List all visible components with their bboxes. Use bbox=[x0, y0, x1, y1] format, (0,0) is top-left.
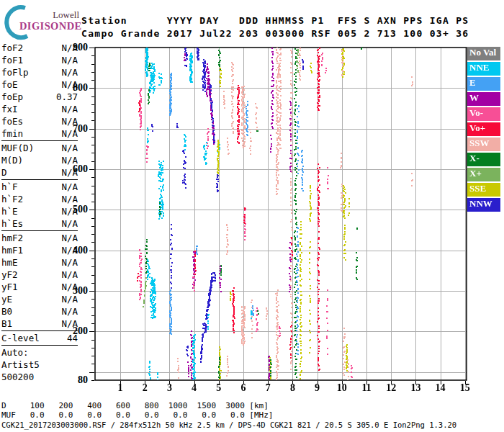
param-row-h-es: h`EsN/A bbox=[1, 217, 78, 230]
x-tick-label-1: 1 bbox=[111, 382, 130, 394]
ionogram-scatter-canvas bbox=[89, 42, 472, 392]
x-tick-label-10: 10 bbox=[333, 382, 351, 394]
x-tick-label-4: 4 bbox=[185, 382, 204, 394]
legend-label: W bbox=[469, 92, 479, 103]
param-label: foFlp bbox=[1, 66, 29, 78]
param-label: 500200 bbox=[1, 371, 34, 383]
param-row-yf2: yF2N/A bbox=[1, 269, 78, 281]
legend-item-ssw: SSW bbox=[467, 138, 500, 151]
param-value: N/A bbox=[61, 181, 78, 193]
legend-item-nnw: NNW bbox=[467, 198, 500, 212]
x-tick-label-11: 11 bbox=[357, 382, 376, 394]
legend-item-e: E bbox=[467, 77, 500, 91]
param-row-muf-d: MUF(D)N/A bbox=[1, 142, 78, 154]
param-section-divider bbox=[1, 179, 78, 180]
param-label: foEp bbox=[1, 91, 23, 103]
header-field-names: Station YYYY DAY DDD HHMMSS P1 FFS S AXN… bbox=[81, 15, 469, 26]
param-label: h`E bbox=[1, 205, 18, 217]
legend-item-xm: X- bbox=[467, 153, 500, 166]
x-tick-label-6: 6 bbox=[234, 382, 253, 394]
y-tick-label-400: 400 bbox=[63, 245, 88, 256]
logo-lowell-text: Lowell bbox=[42, 9, 79, 21]
param-label: MUF(D) bbox=[1, 142, 34, 154]
param-label: h`F2 bbox=[1, 193, 23, 205]
x-tick-label-12: 12 bbox=[382, 382, 400, 394]
param-row-fof1: foF1N/A bbox=[1, 54, 78, 66]
direction-legend: No ValNNEEWVo-Vo+SSWX-X+SSENNW bbox=[467, 47, 500, 213]
y-tick-label-700: 700 bbox=[63, 123, 88, 135]
param-label: Auto: bbox=[1, 346, 29, 359]
param-section-divider bbox=[1, 140, 78, 141]
param-label: Artist5 bbox=[1, 359, 40, 371]
param-label: hmE bbox=[1, 256, 18, 269]
param-value: N/A bbox=[61, 305, 78, 318]
param-label: yF1 bbox=[1, 281, 18, 293]
legend-item-w: W bbox=[467, 92, 500, 106]
y-tick-label-300: 300 bbox=[63, 285, 88, 297]
param-section-divider bbox=[1, 345, 78, 346]
legend-item-noval: No Val bbox=[467, 47, 500, 60]
y-tick-label-900: 900 bbox=[63, 42, 88, 53]
x-tick-label-9: 9 bbox=[308, 382, 327, 394]
x-tick-label-7: 7 bbox=[258, 382, 277, 394]
param-label: M(D) bbox=[1, 154, 23, 166]
y-tick-label-800: 800 bbox=[63, 82, 88, 94]
param-label: B0 bbox=[1, 305, 12, 318]
logo-digisonde-text: DIGISONDE bbox=[19, 20, 89, 32]
param-label: D bbox=[1, 166, 7, 179]
param-label: fxI bbox=[1, 103, 18, 115]
legend-item-xp: X+ bbox=[467, 168, 500, 181]
param-section-divider bbox=[1, 230, 78, 231]
legend-label: X- bbox=[469, 153, 480, 163]
param-label: foEs bbox=[1, 115, 23, 127]
x-tick-label-2: 2 bbox=[135, 382, 154, 394]
param-label: B1 bbox=[1, 318, 12, 330]
ionogram-plot bbox=[89, 42, 472, 392]
legend-item-vop: Vo+ bbox=[467, 122, 500, 136]
y-tick-label-200: 200 bbox=[63, 325, 88, 337]
legend-label: SSW bbox=[469, 138, 489, 148]
legend-label: E bbox=[469, 77, 476, 88]
x-tick-label-14: 14 bbox=[431, 382, 450, 394]
param-label: h`Es bbox=[1, 217, 23, 230]
legend-label: NNE bbox=[469, 62, 489, 73]
param-label: foE bbox=[1, 78, 18, 91]
param-label: yF2 bbox=[1, 269, 18, 281]
param-value: N/A bbox=[61, 142, 78, 154]
status-bar: CGK21_2017203003000.RSF / 284fx512h 50 k… bbox=[1, 420, 456, 429]
param-row-h-f: h`FN/A bbox=[1, 181, 78, 193]
param-value: N/A bbox=[61, 66, 78, 78]
param-row-foflp: foFlpN/A bbox=[1, 66, 78, 78]
header-station-values: Campo Grande 2017 Jul22 203 003000 RSF 0… bbox=[81, 28, 469, 39]
param-row-b0: B0N/A bbox=[1, 305, 78, 318]
legend-label: SSE bbox=[469, 183, 486, 194]
param-label: C-level bbox=[1, 332, 40, 344]
legend-item-sse: SSE bbox=[467, 183, 500, 197]
param-row-hmf2: hmF2N/A bbox=[1, 232, 78, 244]
param-label: foF2 bbox=[1, 42, 23, 54]
param-value: N/A bbox=[61, 256, 78, 269]
legend-label: Vo+ bbox=[469, 122, 485, 133]
param-value: N/A bbox=[61, 103, 78, 115]
y-tick-label-600: 600 bbox=[63, 163, 88, 175]
param-label: yE bbox=[1, 293, 12, 305]
x-tick-label-3: 3 bbox=[160, 382, 179, 394]
x-tick-label-5: 5 bbox=[210, 382, 228, 394]
x-tick-label-15: 15 bbox=[456, 382, 474, 394]
x-tick-label-13: 13 bbox=[406, 382, 425, 394]
legend-label: NNW bbox=[469, 198, 492, 209]
param-value: N/A bbox=[61, 54, 78, 66]
param-row-artist5: Artist5 bbox=[1, 359, 78, 371]
muf-row: MUF 0.0 0.0 0.0 0.0 0.0 0.0 0.0 0.0 [MHz… bbox=[1, 410, 274, 420]
param-row-fxi: fxIN/A bbox=[1, 103, 78, 115]
param-value: N/A bbox=[61, 269, 78, 281]
param-label: fmin bbox=[1, 127, 23, 140]
param-value: N/A bbox=[61, 217, 78, 230]
d-distance-row: D 100 200 400 600 800 1000 1500 3000 [km… bbox=[1, 401, 269, 410]
legend-label: No Val bbox=[469, 47, 496, 58]
param-label: hmF2 bbox=[1, 232, 23, 244]
param-label: h`F bbox=[1, 181, 18, 193]
lowell-digisonde-logo: Lowell DIGISONDE bbox=[1, 3, 89, 42]
legend-item-vom: Vo- bbox=[467, 107, 500, 121]
param-label: foF1 bbox=[1, 54, 23, 66]
